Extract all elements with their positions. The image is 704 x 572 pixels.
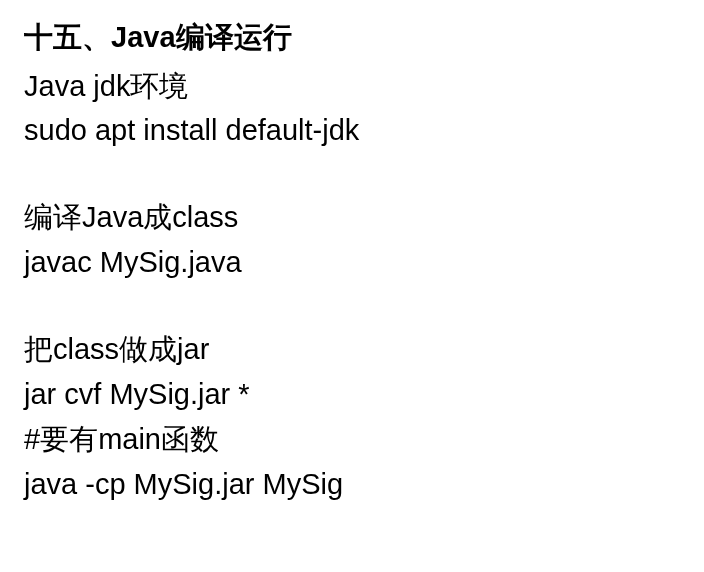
- blank-line: [24, 153, 680, 195]
- text-line: Java jdk环境: [24, 64, 680, 109]
- blank-line: [24, 285, 680, 327]
- section-heading: 十五、Java编译运行: [24, 16, 680, 60]
- text-line: 编译Java成class: [24, 195, 680, 240]
- text-line: 把class做成jar: [24, 327, 680, 372]
- command-line: sudo apt install default-jdk: [24, 108, 680, 153]
- comment-line: #要有main函数: [24, 417, 680, 462]
- command-line: javac MySig.java: [24, 240, 680, 285]
- command-line: jar cvf MySig.jar *: [24, 372, 680, 417]
- command-line: java -cp MySig.jar MySig: [24, 462, 680, 507]
